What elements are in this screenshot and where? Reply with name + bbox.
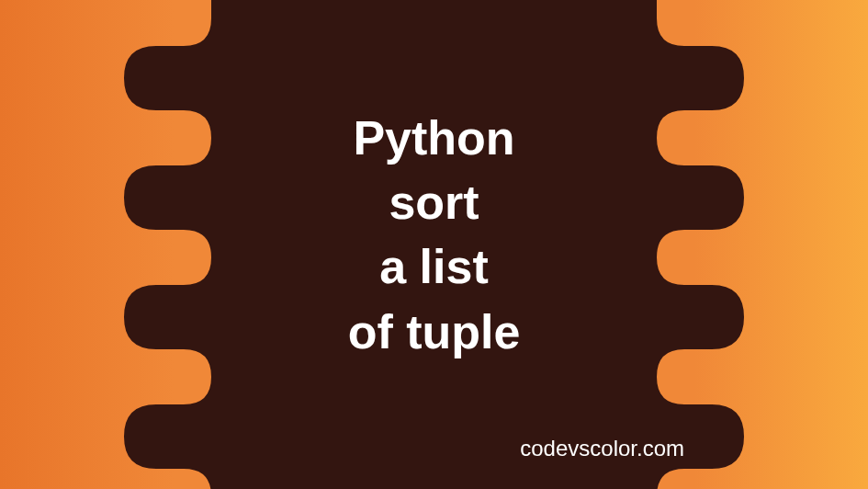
footer-credit: codevscolor.com [520, 436, 684, 461]
title-line-4: of tuple [0, 300, 868, 364]
banner-title: Python sort a list of tuple [0, 106, 868, 364]
title-line-2: sort [0, 170, 868, 234]
title-line-1: Python [0, 106, 868, 170]
banner-canvas: Python sort a list of tuple codevscolor.… [0, 0, 868, 489]
title-line-3: a list [0, 234, 868, 299]
